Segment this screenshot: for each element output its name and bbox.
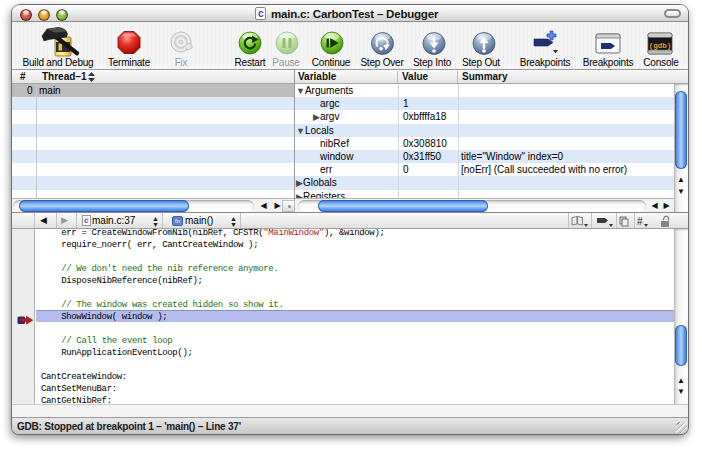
svg-text:#: # [637, 216, 643, 227]
svg-text:(gdb): (gdb) [649, 42, 672, 50]
